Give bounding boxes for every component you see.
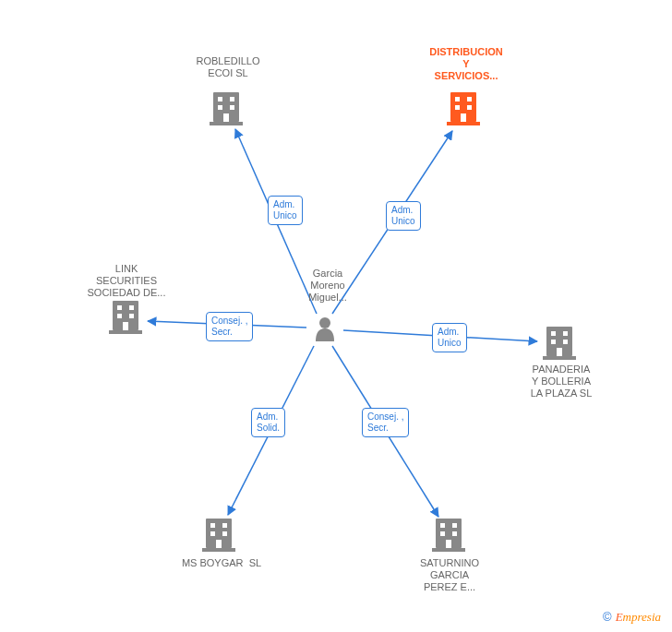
- brand-logo: Empresia: [616, 610, 661, 624]
- copyright-symbol: ©: [603, 610, 612, 624]
- building-icon-saturnino[interactable]: [432, 519, 465, 552]
- node-label-panaderia[interactable]: PANADERIA Y BOLLERIA LA PLAZA SL: [515, 364, 607, 399]
- building-icon-msboygar[interactable]: [202, 519, 235, 552]
- node-label-saturnino[interactable]: SATURNINO GARCIA PEREZ E...: [399, 557, 500, 593]
- center-person-label: Garcia Moreno Miguel...: [295, 268, 360, 304]
- edge-label-distribucion: Adm. Unico: [386, 201, 421, 231]
- building-icon-link[interactable]: [109, 301, 142, 334]
- building-icon-panaderia[interactable]: [543, 327, 576, 360]
- node-label-link[interactable]: LINK SECURITIES SOCIEDAD DE...: [76, 263, 177, 299]
- building-icon-distribucion[interactable]: [447, 92, 480, 125]
- node-label-robledillo[interactable]: ROBLEDILLO ECOI SL: [177, 55, 279, 79]
- edge-label-saturnino: Consej. , Secr.: [362, 408, 409, 437]
- watermark: ©Empresia: [603, 610, 661, 625]
- building-icon-robledillo[interactable]: [210, 92, 243, 125]
- edge-label-link: Consej. , Secr.: [206, 312, 253, 341]
- person-icon: [316, 317, 334, 341]
- edge-label-robledillo: Adm. Unico: [268, 196, 303, 225]
- edge-label-msboygar: Adm. Solid.: [251, 408, 285, 437]
- node-label-distribucion[interactable]: DISTRIBUCION Y SERVICIOS...: [415, 46, 517, 82]
- edge-label-panaderia: Adm. Unico: [432, 323, 467, 352]
- network-diagram: Garcia Moreno Miguel... ROBLEDILLO ECOI …: [0, 0, 672, 632]
- diagram-svg: [0, 0, 672, 632]
- node-label-msboygar[interactable]: MS BOYGAR SL: [171, 557, 272, 569]
